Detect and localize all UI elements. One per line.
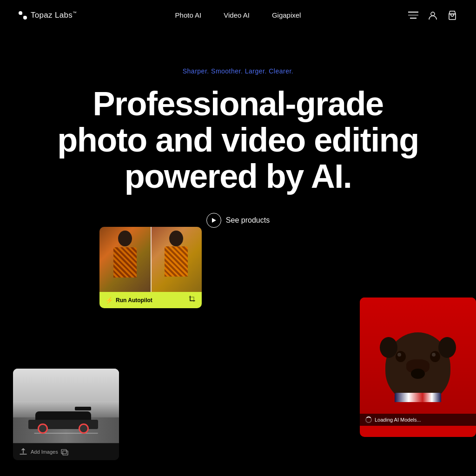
nav-actions [408,10,457,20]
logo[interactable]: Topaz Labs™ [19,11,77,20]
nav-link-video-ai[interactable]: Video AI [224,11,250,19]
car-image [13,369,119,443]
car-spoiler [75,407,91,410]
pug-collar [395,393,441,402]
navbar: Topaz Labs™ Photo AI Video AI Gigapixel [0,0,476,30]
pug-nose [411,369,425,379]
play-icon [206,213,221,228]
cart-button[interactable] [447,10,457,20]
autopilot-toolbar: ⚡ Run Autopilot [99,292,202,308]
person-silhouette-before [99,227,151,292]
before-after-card: ⚡ Run Autopilot [99,227,202,308]
crop-icon[interactable] [189,296,196,304]
logo-icon [19,11,27,20]
run-autopilot-button[interactable]: ⚡ Run Autopilot [105,297,152,304]
pug-editor-card: Loading AI Models... [360,298,476,437]
photo-editor-card: ⚡ Run Autopilot [99,227,202,308]
autopilot-label: Run Autopilot [116,297,152,304]
images-icon [61,448,68,456]
nav-links: Photo AI Video AI Gigapixel [175,11,301,19]
svg-rect-4 [61,450,66,454]
logo-text: Topaz Labs™ [31,11,77,20]
account-button[interactable] [428,10,438,20]
person-body-after [165,231,188,277]
pug-head [385,332,450,402]
bolt-icon: ⚡ [105,297,113,304]
hamburger-line-2 [408,15,418,16]
person-body [113,231,137,278]
see-products-button[interactable]: See products [206,213,270,228]
car-editor-card: Add Images [13,369,119,460]
pug-ear-left [380,337,397,358]
hamburger-line-1 [408,12,418,13]
car-body [35,411,91,429]
svg-rect-5 [63,451,68,455]
pug-status-bar: Loading AI Models... [360,414,476,426]
nav-link-photo-ai[interactable]: Photo AI [175,11,202,19]
svg-point-2 [431,12,435,16]
loading-ai-models-label: Loading AI Models... [375,417,421,423]
before-after-divider [151,227,152,292]
pug-card-container: Loading AI Models... [360,298,476,437]
loading-spinner [365,416,372,423]
person-silhouette-after [151,227,202,292]
hero-title: Professional-grade photo and video editi… [47,86,429,194]
hamburger-menu-button[interactable] [408,12,418,19]
pug-eye-left [396,351,406,362]
before-image [99,227,151,292]
nav-link-gigapixel[interactable]: Gigapixel [272,11,301,19]
svg-rect-3 [449,14,456,20]
pug-image [360,298,476,414]
car-wheel-left [38,423,48,434]
hero-tagline: Sharper. Smoother. Larger. Clearer. [0,67,476,75]
before-after-image [99,227,202,292]
pug-eye-right [430,351,440,362]
person-torso [113,247,137,278]
pug-ear-right [438,337,456,358]
car-shape [35,411,91,429]
car-toolbar: Add Images [13,443,119,460]
svg-point-1 [23,16,26,19]
car-card-container: Add Images [13,369,119,460]
person-head [118,231,132,246]
add-images-label: Add Images [31,449,58,455]
add-images-button[interactable]: Add Images [19,447,68,456]
see-products-label: See products [226,216,270,225]
svg-point-0 [20,12,22,15]
upload-icon [19,447,28,456]
hero-section: Sharper. Smoother. Larger. Clearer. Prof… [0,30,476,228]
after-image [151,227,202,292]
car-wheel-right [79,423,89,434]
hamburger-line-3 [410,18,416,19]
